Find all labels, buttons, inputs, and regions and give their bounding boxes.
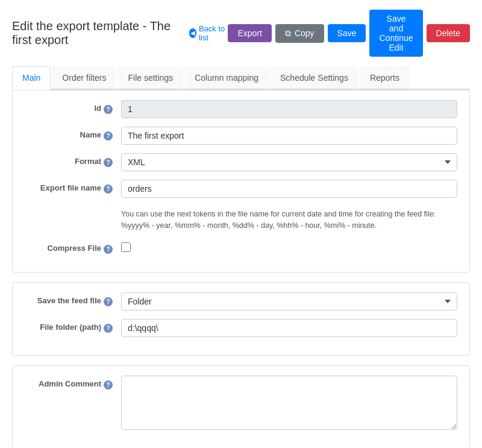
tab-order-filters[interactable]: Order filters <box>52 66 116 89</box>
page-title: Edit the export template - The first exp… <box>12 19 183 47</box>
compress-file-label: Compress File ? <box>25 240 121 254</box>
name-help-icon[interactable]: ? <box>104 131 113 140</box>
feed-file-card: Save the feed file ? Folder FTP SFTP URL… <box>12 282 470 356</box>
admin-comment-textarea[interactable] <box>121 376 457 430</box>
id-help-icon[interactable]: ? <box>104 105 113 114</box>
save-continue-button[interactable]: Save and Continue Edit <box>369 10 422 57</box>
save-feed-select[interactable]: Folder FTP SFTP URL <box>121 292 457 311</box>
save-feed-label: Save the feed file ? <box>25 292 121 306</box>
admin-comment-card: Admin Comment ? <box>12 365 470 449</box>
format-help-icon[interactable]: ? <box>104 158 113 167</box>
save-feed-help-icon[interactable]: ? <box>104 297 113 306</box>
tab-bar: Main Order filters File settings Column … <box>12 66 470 90</box>
id-row: Id ? <box>25 100 457 118</box>
copy-label: Copy <box>295 28 315 38</box>
admin-comment-help-icon[interactable]: ? <box>104 380 113 390</box>
hint-text: You can use the next tokens in the file … <box>121 206 457 232</box>
back-link-label: Back to list <box>199 24 228 42</box>
tab-reports[interactable]: Reports <box>360 66 410 89</box>
name-label: Name ? <box>25 127 121 140</box>
tab-column-mapping[interactable]: Column mapping <box>184 66 269 89</box>
admin-comment-label: Admin Comment ? <box>25 376 121 390</box>
tab-main[interactable]: Main <box>12 66 51 90</box>
compress-file-help-icon[interactable]: ? <box>104 245 113 254</box>
format-select[interactable]: XML CSV JSON <box>121 153 457 171</box>
file-folder-help-icon[interactable]: ? <box>104 324 113 333</box>
tab-schedule-settings[interactable]: Schedule Settings <box>270 66 358 89</box>
export-file-name-row: Export file name ? <box>25 180 457 198</box>
main-form-card: Id ? Name ? Format ? XML <box>12 90 470 273</box>
copy-button[interactable]: ⧉ Copy <box>275 24 324 43</box>
save-feed-row: Save the feed file ? Folder FTP SFTP URL <box>25 292 457 311</box>
hint-row: You can use the next tokens in the file … <box>25 206 457 232</box>
file-folder-input[interactable] <box>121 319 457 337</box>
copy-icon: ⧉ <box>285 28 291 39</box>
compress-file-row: Compress File ? <box>25 240 457 254</box>
export-file-name-input[interactable] <box>121 180 457 198</box>
back-to-list-link[interactable]: ◀ Back to list <box>189 24 228 42</box>
id-input <box>121 100 457 118</box>
export-file-name-help-icon[interactable]: ? <box>104 185 113 194</box>
compress-file-checkbox-wrapper <box>121 240 131 252</box>
id-label: Id ? <box>25 100 121 114</box>
format-label: Format ? <box>25 153 121 167</box>
save-button[interactable]: Save <box>328 24 366 42</box>
back-arrow-icon: ◀ <box>189 28 196 38</box>
file-folder-label: File folder (path) ? <box>25 319 121 333</box>
toolbar: Export ⧉ Copy Save Save and Continue Edi… <box>228 10 470 57</box>
format-row: Format ? XML CSV JSON <box>25 153 457 171</box>
name-row: Name ? <box>25 127 457 145</box>
export-file-name-label: Export file name ? <box>25 180 121 194</box>
delete-button[interactable]: Delete <box>427 24 470 42</box>
tab-file-settings[interactable]: File settings <box>117 66 183 89</box>
compress-file-checkbox[interactable] <box>121 242 131 252</box>
admin-comment-row: Admin Comment ? <box>25 376 457 430</box>
name-input[interactable] <box>121 127 457 145</box>
file-folder-row: File folder (path) ? <box>25 319 457 337</box>
export-button[interactable]: Export <box>228 24 271 42</box>
